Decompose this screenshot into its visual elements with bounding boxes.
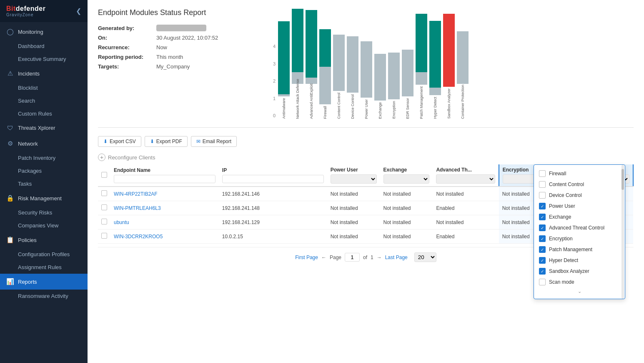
incidents-icon: ⚠ [6,70,14,77]
next-page-arrow[interactable]: → [377,255,382,260]
sidebar-item-reports[interactable]: 📊 Reports [0,274,88,290]
logo-name: Bitdefender [6,5,45,13]
sidebar-item-incidents[interactable]: ⚠ Incidents [0,66,88,81]
sidebar-item-threats-xplorer[interactable]: 🛡 Threats Xplorer [0,120,88,136]
col-picker-item-power-user[interactable]: ✓ Power User [534,201,625,212]
bar-container-protection: Container Protection [457,31,469,119]
col-advanced-th: Advanced Th... [433,164,499,187]
endpoint-link[interactable]: WIN-3DCRR2KROO5 [114,234,163,239]
sidebar-item-search[interactable]: Search [0,94,88,107]
sidebar-item-risk-management[interactable]: 🔒 Risk Management [0,190,88,206]
page-number-input[interactable]: 1 [345,253,360,262]
col-picker-item-device-control[interactable]: Device Control [534,190,625,201]
sidebar-item-packages[interactable]: Packages [0,164,88,177]
recurrence-value: Now [156,44,167,50]
col-picker-checkbox-content-control[interactable] [539,181,546,188]
scrollbar-track[interactable] [621,165,624,299]
sidebar-item-patch-inventory[interactable]: Patch Inventory [0,151,88,164]
col-picker-checkbox-encryption[interactable]: ✓ [539,235,546,242]
col-picker-item-patch-management[interactable]: ✓ Patch Management [534,244,625,255]
last-page-link[interactable]: Last Page [385,255,408,260]
col-picker-checkbox-hyper-detect[interactable]: ✓ [539,257,546,264]
col-picker-label-sandbox-analyzer: Sandbox Analyzer [549,268,589,274]
cell-exchange: Not installed [380,187,433,201]
col-picker-item-encryption[interactable]: ✓ Encryption [534,233,625,244]
col-picker-item-advanced-threat-control[interactable]: ✓ Advanced Threat Control [534,222,625,233]
content-area: Endpoint Modules Status Report Generated… [88,0,644,363]
col-picker-item-scan-mode[interactable]: Scan mode [534,277,625,287]
reconfigure-bar: + Reconfigure Clients [98,154,634,161]
first-page-link[interactable]: First Page [295,255,318,260]
endpoint-link[interactable]: WIN-4RP22TIB2AF [114,191,158,197]
filter-exchange[interactable] [383,174,430,184]
reporting-period-value: This month [156,54,183,60]
reconfigure-plus-icon[interactable]: + [98,154,105,161]
endpoint-link[interactable]: ubuntu [114,219,129,225]
filter-advanced-th[interactable] [436,174,495,184]
col-picker-checkbox-advanced-threat-control[interactable]: ✓ [539,224,546,231]
sidebar-item-configuration-profiles[interactable]: Configuration Profiles [0,248,88,261]
bar-antimalware: Antimalware [278,21,290,119]
col-picker-item-firewall[interactable]: Firewall [534,168,625,179]
sidebar-item-network[interactable]: ⚙ Network [0,136,88,151]
endpoint-link[interactable]: WIN-PMTRLEAH6L3 [114,205,161,211]
reports-icon: 📊 [6,278,14,285]
col-picker-item-exchange[interactable]: ✓ Exchange [534,212,625,222]
col-picker-label-patch-management: Patch Management [549,247,592,252]
col-picker-label-content-control: Content Control [549,182,584,187]
row-select-checkbox[interactable] [101,233,107,239]
filter-power-user[interactable] [331,174,377,184]
row-select-checkbox[interactable] [101,190,107,196]
sidebar-item-ransomware-activity[interactable]: Ransomware Activity [0,290,88,302]
sidebar-item-monitoring[interactable]: ◯ Monitoring [0,24,88,40]
email-report-button[interactable]: ✉ Email Report [191,136,237,147]
sidebar-item-policies[interactable]: 📋 Policies [0,232,88,248]
y-label-1: 1 [273,96,276,101]
col-picker-checkbox-exchange[interactable]: ✓ [539,214,546,220]
scrollbar-thumb[interactable] [621,169,624,190]
col-picker-item-hyper-detect[interactable]: ✓ Hyper Detect [534,255,625,266]
row-checkbox [98,229,110,244]
sidebar-item-executive-summary[interactable]: Executive Summary [0,53,88,66]
col-picker-checkbox-patch-management[interactable]: ✓ [539,246,546,253]
col-picker-item-sandbox-analyzer[interactable]: ✓ Sandbox Analyzer [534,266,625,277]
scrollbar-down-arrow[interactable]: ⌄ [534,287,625,295]
generated-by-label: Generated by: [98,25,156,31]
chart-area: 0 1 2 3 4 Antim [273,8,634,119]
sidebar-toggle-button[interactable]: ❮ [76,7,81,15]
sidebar-item-label: Risk Management [18,195,62,202]
sidebar-item-security-risks[interactable]: Security Risks [0,206,88,219]
sidebar-item-blocklist[interactable]: Blocklist [0,81,88,94]
bar-chart: Antimalware Network Attack Defense [278,19,469,119]
sidebar-item-companies-view[interactable]: Companies View [0,219,88,232]
export-pdf-button[interactable]: ⬇ Export PDF [145,136,188,147]
cell-endpoint: WIN-PMTRLEAH6L3 [110,201,219,215]
col-picker-checkbox-sandbox-analyzer[interactable]: ✓ [539,268,546,275]
sidebar-item-custom-rules[interactable]: Custom Rules [0,107,88,120]
meta-generated-by: Generated by: [98,25,256,31]
sidebar-item-assignment-rules[interactable]: Assignment Rules [0,261,88,274]
bar-power-user: Power User [361,41,372,119]
report-meta: Endpoint Modules Status Report Generated… [98,8,256,119]
filter-endpoint-name[interactable] [114,175,216,183]
total-pages: 1 [371,255,373,260]
col-picker-checkbox-firewall[interactable] [539,170,546,177]
per-page-select[interactable]: 20 50 100 [414,252,436,262]
row-select-checkbox[interactable] [101,219,107,224]
col-picker-checkbox-power-user[interactable]: ✓ [539,203,546,209]
col-picker-checkbox-device-control[interactable] [539,192,546,199]
sidebar-item-dashboard[interactable]: Dashboard [0,40,88,53]
row-select-checkbox[interactable] [101,204,107,210]
prev-page-arrow[interactable]: ← [321,255,326,260]
sidebar-item-label: Reports [18,279,37,285]
col-picker-checkbox-scan-mode[interactable] [539,279,546,285]
on-label: On: [98,35,156,41]
filter-ip[interactable] [222,175,324,183]
select-all-checkbox[interactable] [101,172,107,178]
export-csv-button[interactable]: ⬇ Export CSV [98,136,141,147]
col-picker-label-hyper-detect: Hyper Detect [549,257,578,263]
sidebar-item-label: Threats Xplorer [18,125,55,131]
sidebar-item-tasks[interactable]: Tasks [0,177,88,190]
col-picker-item-content-control[interactable]: Content Control [534,179,625,190]
cell-power-user: Not installed [327,229,380,244]
